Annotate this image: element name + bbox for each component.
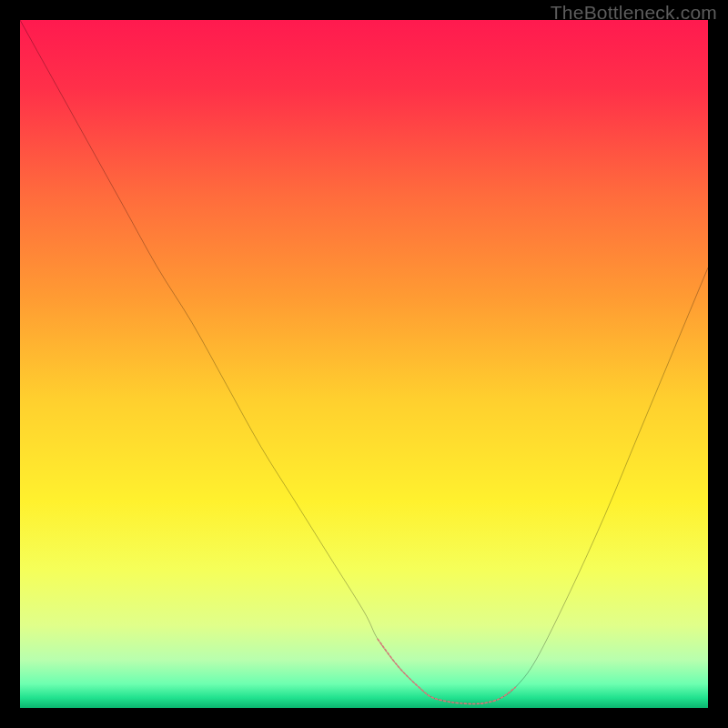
watermark-text: TheBottleneck.com: [551, 2, 717, 24]
chart-stage: TheBottleneck.com: [0, 0, 728, 728]
optimal-zone-highlight: [378, 639, 515, 703]
bottleneck-curve: [20, 20, 708, 703]
curve-layer: [20, 20, 708, 708]
plot-area: [20, 20, 708, 708]
